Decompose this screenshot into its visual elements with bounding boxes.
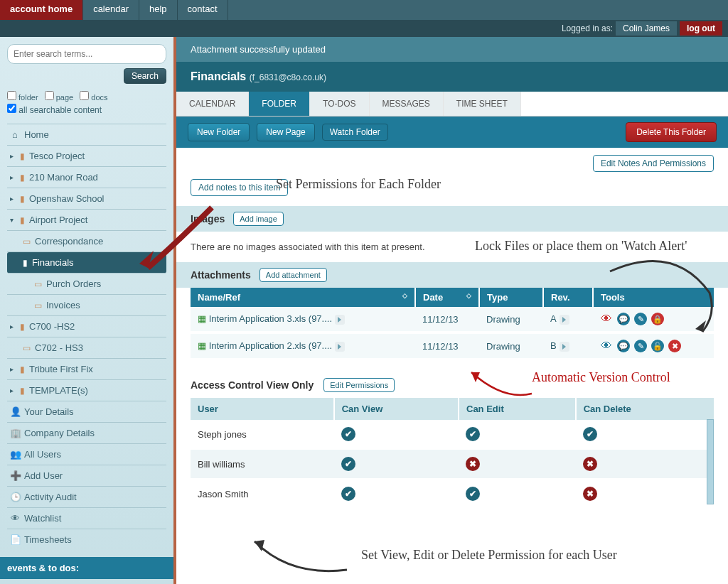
- top-nav: account home calendar help contact: [0, 0, 728, 20]
- edit-icon[interactable]: ✎: [634, 340, 647, 352]
- delete-folder-button[interactable]: Delete This Folder: [626, 122, 717, 142]
- filter-docs[interactable]: docs: [80, 93, 107, 102]
- tab-calendar[interactable]: CALENDAR: [176, 92, 249, 116]
- folder-icon: ▮: [20, 194, 25, 204]
- play-icon[interactable]: [335, 342, 345, 352]
- person-icon: 👤: [10, 406, 20, 417]
- folder-icon: ▭: [23, 237, 31, 247]
- sidebar-item-invoices[interactable]: ▭Invoices: [7, 295, 166, 316]
- sidebar-item-templates[interactable]: ▸▮TEMPLATE(s): [7, 380, 166, 401]
- sidebar-item-c700[interactable]: ▸▮C700 -HS2: [7, 316, 166, 337]
- nav-help[interactable]: help: [139, 0, 178, 20]
- logged-in-user[interactable]: Colin James: [616, 21, 677, 36]
- tab-messages[interactable]: MESSAGES: [370, 92, 444, 116]
- col-name[interactable]: Name/Ref◇: [191, 288, 415, 307]
- col-date[interactable]: Date◇: [415, 288, 479, 307]
- attachment-name[interactable]: Interim Application 2.xls (97....: [209, 340, 332, 351]
- comment-icon[interactable]: 💬: [617, 313, 630, 325]
- folder-icon: ▮: [20, 364, 25, 374]
- tab-todos[interactable]: TO-DOS: [310, 92, 369, 116]
- sidebar-item-yourdetails[interactable]: 👤Your Details: [7, 401, 166, 423]
- edit-notes-permissions-button[interactable]: Edit Notes And Permissions: [593, 155, 714, 172]
- sidebar-item-home[interactable]: ⌂Home: [7, 124, 166, 146]
- sidebar-item-watchlist[interactable]: 👁Watchlist: [7, 508, 166, 529]
- caret-icon: ▸: [10, 173, 16, 181]
- col-tools: Tools: [593, 288, 714, 307]
- sidebar-item-allusers[interactable]: 👥All Users: [7, 444, 166, 465]
- attachment-name[interactable]: Interim Application 3.xls (97....: [209, 313, 332, 324]
- acl-row: Jason Smith ✔ ✔ ✖: [191, 479, 714, 509]
- sidebar-item-adduser[interactable]: ➕Add User: [7, 465, 166, 487]
- file-icon: ▦: [198, 340, 206, 351]
- play-icon[interactable]: [335, 315, 345, 325]
- add-notes-button[interactable]: Add notes to this item: [191, 179, 288, 196]
- cross-icon: ✖: [583, 457, 597, 471]
- adduser-icon: ➕: [10, 470, 20, 481]
- caret-icon: ▸: [10, 152, 16, 160]
- table-row: ▦ Interim Application 2.xls (97.... 11/1…: [191, 332, 714, 359]
- attachment-type: Drawing: [479, 332, 543, 359]
- sidebar-item-correspondance[interactable]: ▭Correspondance: [7, 231, 166, 252]
- delete-icon[interactable]: ✖: [668, 340, 681, 352]
- comment-icon[interactable]: 💬: [617, 340, 630, 352]
- sidebar-item-tesco[interactable]: ▸▮Tesco Project: [7, 146, 166, 167]
- watch-folder-button[interactable]: Watch Folder: [322, 124, 388, 141]
- success-notice: Attachment successfully updated: [176, 37, 728, 62]
- attachments-table: Name/Ref◇ Date◇ Type Rev. Tools ▦ Interi…: [191, 288, 714, 361]
- sidebar-item-activityaudit[interactable]: 🕒Activity Audit: [7, 487, 166, 508]
- sidebar-item-timesheets[interactable]: 📄Timesheets: [7, 529, 166, 550]
- folder-icon: ▭: [23, 343, 31, 353]
- folder-icon: ▭: [34, 301, 42, 310]
- scrollbar[interactable]: [707, 419, 714, 504]
- sidebar-item-airport[interactable]: ▾▮Airport Project: [7, 210, 166, 231]
- acl-col-edit: Can Edit: [459, 398, 576, 420]
- sidebar-item-manor[interactable]: ▸▮210 Manor Road: [7, 167, 166, 188]
- watch-icon[interactable]: 👁: [600, 313, 613, 325]
- sidebar-item-c702[interactable]: ▭C702 - HS3: [7, 337, 166, 359]
- edit-permissions-button[interactable]: Edit Permissions: [323, 378, 395, 392]
- nav-contact[interactable]: contact: [178, 0, 228, 20]
- add-attachment-button[interactable]: Add attachment: [259, 268, 327, 282]
- search-input[interactable]: [7, 44, 166, 64]
- attachment-rev: A: [550, 313, 557, 324]
- folder-icon: ▮: [20, 151, 25, 161]
- sidebar-item-purchorders[interactable]: ▭Purch Orders: [7, 274, 166, 295]
- play-icon[interactable]: [560, 315, 569, 325]
- sidebar-item-companydetails[interactable]: 🏢Company Details: [7, 423, 166, 444]
- cross-icon: ✖: [583, 487, 597, 501]
- sidebar-item-financials[interactable]: ▮Financials: [7, 252, 166, 274]
- lock-icon[interactable]: 🔒: [651, 313, 664, 325]
- check-icon: ✔: [583, 427, 597, 441]
- logout-button[interactable]: log out: [680, 21, 722, 36]
- tab-folder[interactable]: FOLDER: [249, 92, 310, 116]
- check-icon: ✔: [466, 487, 480, 501]
- col-type[interactable]: Type: [479, 288, 543, 307]
- sidebar-item-tribute[interactable]: ▸▮Tribute First Fix: [7, 359, 166, 380]
- search-button[interactable]: Search: [124, 68, 166, 84]
- nav-account-home[interactable]: account home: [0, 0, 83, 20]
- acl-row: Steph jones ✔ ✔ ✔: [191, 420, 714, 449]
- nav-calendar[interactable]: calendar: [83, 0, 139, 20]
- filter-page[interactable]: page: [45, 93, 74, 102]
- edit-icon[interactable]: ✎: [634, 313, 647, 325]
- tab-timesheet[interactable]: TIME SHEET: [444, 92, 521, 116]
- events-todos-header[interactable]: events & to dos:: [0, 557, 173, 579]
- building-icon: 🏢: [10, 428, 20, 438]
- acl-user: Bill williams: [191, 449, 334, 479]
- folder-icon: ▮: [20, 215, 25, 225]
- sidebar: Search folder page docs all searchable c…: [0, 37, 176, 584]
- caret-icon: ▾: [10, 216, 16, 224]
- play-icon[interactable]: [560, 342, 569, 352]
- unlock-icon[interactable]: 🔓: [651, 340, 664, 352]
- table-row: ▦ Interim Application 3.xls (97.... 11/1…: [191, 307, 714, 332]
- new-page-button[interactable]: New Page: [257, 123, 314, 141]
- add-image-button[interactable]: Add image: [233, 212, 284, 226]
- filter-folder[interactable]: folder: [7, 93, 38, 102]
- col-rev[interactable]: Rev.: [543, 288, 593, 307]
- filter-all[interactable]: all searchable content: [7, 104, 162, 115]
- watch-icon[interactable]: 👁: [600, 340, 613, 352]
- sidebar-item-openshaw[interactable]: ▸▮Openshaw School: [7, 188, 166, 210]
- folder-icon: ▮: [20, 173, 25, 183]
- new-folder-button[interactable]: New Folder: [188, 123, 250, 141]
- page-title: Financials (f_6831@c8o.co.uk): [176, 62, 728, 92]
